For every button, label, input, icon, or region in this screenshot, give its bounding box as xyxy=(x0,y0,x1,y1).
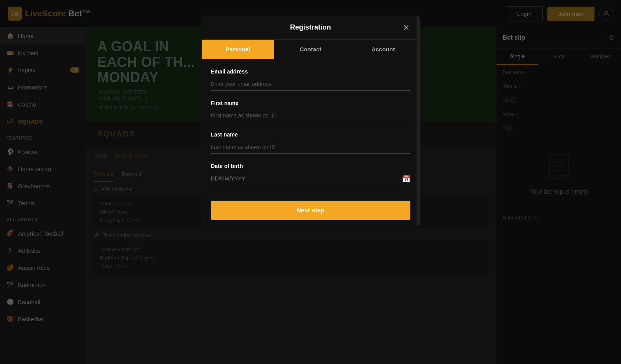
tab-personal[interactable]: Personal xyxy=(202,40,274,59)
tab-contact[interactable]: Contact xyxy=(274,40,347,59)
first-name-form-group: First name xyxy=(211,100,410,122)
last-name-form-group: Last name xyxy=(211,131,410,154)
first-name-field[interactable] xyxy=(211,109,410,122)
dob-form-group: Date of birth 📅 xyxy=(211,163,410,185)
email-form-group: Email address xyxy=(211,68,410,91)
modal-close-button[interactable]: ✕ xyxy=(401,22,412,33)
tab-account[interactable]: Account xyxy=(347,40,420,59)
dob-label: Date of birth xyxy=(211,163,410,169)
modal-body: Email address First name Last name Date … xyxy=(202,59,420,194)
next-step-button[interactable]: Next step xyxy=(211,201,410,220)
email-field[interactable] xyxy=(211,78,410,91)
modal-header: Registration ✕ xyxy=(202,16,420,40)
first-name-label: First name xyxy=(211,100,410,106)
registration-modal: Registration ✕ Personal Contact Account … xyxy=(202,16,420,226)
email-label: Email address xyxy=(211,68,410,75)
modal-footer: Next step xyxy=(202,194,420,226)
dob-input-wrap: 📅 xyxy=(211,172,410,185)
dob-field[interactable] xyxy=(211,172,399,185)
last-name-field[interactable] xyxy=(211,141,410,154)
modal-tabs: Personal Contact Account xyxy=(202,40,420,59)
calendar-icon[interactable]: 📅 xyxy=(402,175,410,183)
last-name-label: Last name xyxy=(211,131,410,138)
modal-title: Registration xyxy=(290,23,331,32)
